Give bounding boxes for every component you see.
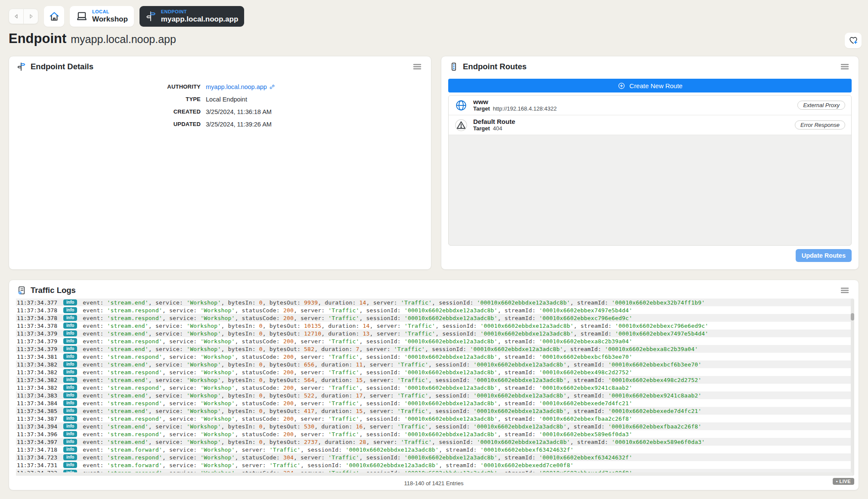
hamburger-icon [413, 63, 422, 70]
log-row: 11:37:34.731 info event: 'stream.forward… [16, 461, 852, 469]
log-level-badge: info [63, 338, 77, 344]
tab-endpoint[interactable]: ENDPOINT myapp.local.noop.app [140, 6, 244, 27]
tab-workshop-label: Workshop [92, 15, 128, 23]
chevron-left-icon [12, 12, 20, 20]
warning-triangle-icon [455, 119, 468, 132]
signpost-icon [146, 11, 157, 22]
route-target-label: Target [473, 105, 490, 112]
routes-list: www Targethttp://192.168.4.128:4322 Exte… [448, 95, 852, 246]
log-message: event: 'stream.respond', service: 'Works… [83, 400, 632, 407]
log-level-badge: info [63, 439, 77, 445]
traffic-light-icon [449, 62, 459, 71]
routes-menu-button[interactable] [839, 62, 851, 72]
route-target-value: 404 [493, 125, 502, 132]
log-message: event: 'stream.end', service: 'Workshop'… [83, 299, 705, 306]
log-row: 11:37:34.379 info event: 'stream.respond… [16, 337, 852, 345]
entries-count: 118-140 of 1421 Entries [9, 480, 859, 487]
log-level-badge: info [63, 462, 77, 468]
log-message: event: 'stream.respond', service: 'Works… [83, 431, 632, 437]
log-row: 11:37:34.718 info event: 'stream.forward… [16, 446, 852, 453]
log-row: 11:37:34.382 info event: 'stream.respond… [16, 384, 852, 391]
log-timestamp: 11:37:34.382 [16, 385, 57, 391]
log-row: 11:37:34.397 info event: 'stream.end', s… [16, 438, 852, 446]
log-message: event: 'stream.respond', service: 'Works… [83, 307, 632, 314]
circle-plus-icon [617, 82, 626, 90]
log-row: 11:37:34.383 info event: 'stream.end', s… [16, 391, 852, 399]
route-type-badge: External Proxy [797, 101, 845, 110]
log-timestamp: 11:37:34.382 [16, 369, 57, 376]
detail-label: UPDATED [9, 121, 201, 127]
logs-menu-button[interactable] [839, 285, 851, 296]
log-row: 11:37:34.382 info event: 'stream.end', s… [16, 360, 852, 368]
log-message: event: 'stream.respond', service: 'Works… [83, 416, 632, 422]
route-name: Default Route [473, 118, 515, 125]
log-message: event: 'stream.end', service: 'Workshop'… [83, 377, 701, 383]
detail-label: AUTHORITY [9, 83, 201, 90]
route-row[interactable]: www Targethttp://192.168.4.128:4322 Exte… [449, 95, 851, 115]
log-message: event: 'stream.end', service: 'Workshop'… [83, 323, 708, 329]
details-menu-button[interactable] [411, 62, 423, 72]
scrollbar-thumb[interactable] [851, 313, 854, 320]
detail-row: UPDATED 3/25/2024, 11:39:26 AM [9, 118, 431, 130]
log-timestamp: 11:37:34.382 [16, 361, 57, 368]
log-row: 11:37:34.396 info event: 'stream.respond… [16, 430, 852, 438]
detail-label: CREATED [9, 108, 201, 115]
log-timestamp: 11:37:34.383 [16, 392, 57, 399]
hamburger-icon [840, 287, 849, 294]
log-level-badge: info [63, 385, 77, 391]
log-row: 11:37:34.382 info event: 'stream.respond… [16, 368, 852, 376]
log-timestamp: 11:37:34.378 [16, 307, 57, 314]
scroll-icon [17, 286, 26, 295]
logs-horizontal-scrollbar[interactable] [16, 472, 852, 476]
tab-endpoint-label: myapp.local.noop.app [161, 15, 238, 23]
detail-value: Local Endpoint [206, 96, 247, 103]
log-message: event: 'stream.forward', service: 'Works… [83, 447, 574, 453]
log-level-badge: info [63, 369, 77, 375]
traffic-logs-panel: Traffic Logs 11:37:34.377 info event: 's… [9, 280, 859, 490]
routes-panel-title: Endpoint Routes [463, 62, 527, 71]
log-list: 11:37:34.377 info event: 'stream.end', s… [16, 299, 852, 476]
log-timestamp: 11:37:34.385 [16, 408, 57, 414]
tab-workshop[interactable]: LOCAL Workshop [70, 6, 134, 27]
back-button[interactable] [9, 9, 23, 24]
logs-panel-title: Traffic Logs [31, 286, 76, 295]
log-message: event: 'stream.forward', service: 'Works… [83, 462, 574, 468]
log-level-badge: info [63, 315, 77, 321]
log-message: event: 'stream.end', service: 'Workshop'… [83, 392, 701, 399]
log-row: 11:37:34.723 info event: 'stream.respond… [16, 453, 852, 461]
log-row: 11:37:34.378 info event: 'stream.respond… [16, 306, 852, 314]
log-timestamp: 11:37:34.379 [16, 330, 57, 337]
route-target-value: http://192.168.4.128:4322 [493, 105, 557, 112]
page-subtitle: myapp.local.noop.app [71, 33, 176, 46]
log-timestamp: 11:37:34.378 [16, 323, 57, 329]
log-timestamp: 11:37:34.394 [16, 423, 57, 430]
logs-vertical-scrollbar [851, 299, 854, 476]
favorite-button[interactable] [845, 33, 862, 48]
route-row[interactable]: Default Route Target404 Error Response [449, 115, 851, 135]
authority-link[interactable]: myapp.local.noop.app [206, 83, 267, 90]
hamburger-icon [840, 63, 849, 70]
log-row: 11:37:34.387 info event: 'stream.respond… [16, 415, 852, 422]
log-level-badge: info [63, 454, 77, 460]
log-level-badge: info [63, 408, 77, 414]
route-type-badge: Error Response [795, 120, 845, 129]
forward-button[interactable] [24, 9, 38, 24]
log-level-badge: info [63, 416, 77, 422]
live-badge[interactable]: • LIVE [833, 478, 854, 485]
log-message: event: 'stream.end', service: 'Workshop'… [83, 361, 701, 368]
log-timestamp: 11:37:34.382 [16, 377, 57, 383]
update-routes-button[interactable]: Update Routes [796, 249, 852, 262]
log-row: 11:37:34.378 info event: 'stream.respond… [16, 314, 852, 322]
log-timestamp: 11:37:34.379 [16, 346, 57, 352]
log-level-badge: info [63, 447, 77, 453]
log-row: 11:37:34.379 info event: 'stream.end', s… [16, 345, 852, 353]
log-level-badge: info [63, 299, 77, 305]
log-level-badge: info [63, 431, 77, 437]
create-new-route-button[interactable]: Create New Route [448, 79, 852, 92]
routes-panel-header: Endpoint Routes [441, 56, 859, 77]
detail-row: AUTHORITY myapp.local.noop.app [9, 80, 431, 93]
home-button[interactable] [44, 6, 64, 27]
link-icon [269, 84, 275, 90]
log-level-badge: info [63, 346, 77, 352]
log-message: event: 'stream.respond', service: 'Works… [83, 369, 632, 376]
